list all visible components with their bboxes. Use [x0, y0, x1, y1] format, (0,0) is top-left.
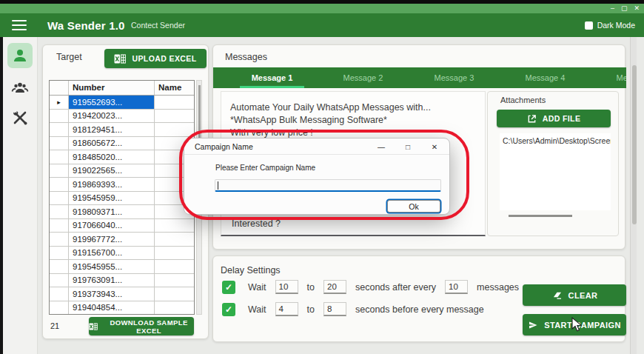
row-selector-cell[interactable]	[50, 96, 69, 109]
dialog-close-button[interactable]: ✕	[421, 138, 448, 155]
name-cell[interactable]	[155, 123, 194, 136]
window-maximize-button[interactable]: ▢	[621, 5, 628, 12]
wait-to-input[interactable]: 20	[323, 280, 346, 294]
tab-message-4[interactable]: Message 4	[500, 67, 591, 88]
number-cell[interactable]: 919552693...	[69, 96, 155, 109]
table-row[interactable]: 919156700...	[50, 247, 194, 261]
table-row[interactable]: 919420023...	[50, 110, 194, 124]
row-selector-cell[interactable]	[50, 247, 69, 260]
row-selector-cell[interactable]	[50, 260, 69, 273]
delay-checkbox-2[interactable]	[222, 303, 235, 316]
table-row[interactable]: 918485020...	[50, 150, 194, 164]
dark-mode-checkbox[interactable]	[585, 21, 593, 30]
row-selector-cell[interactable]	[50, 150, 69, 164]
table-row[interactable]: 919545955...	[50, 260, 194, 274]
row-selector-cell[interactable]	[50, 233, 69, 246]
window-minimize-button[interactable]: –	[611, 5, 614, 12]
upload-excel-button[interactable]: UPLOAD EXCEL	[104, 49, 207, 68]
name-cell[interactable]	[155, 274, 194, 287]
tab-message-1[interactable]: Message 1	[227, 67, 318, 88]
row-selector-cell[interactable]	[50, 192, 69, 205]
row-selector-cell[interactable]	[50, 287, 69, 301]
ok-button[interactable]: Ok	[387, 200, 440, 213]
table-row[interactable]: 919404854...	[50, 301, 194, 315]
attachments-title: Attachments	[498, 96, 548, 104]
number-cell[interactable]: 917066040...	[69, 219, 155, 233]
name-cell[interactable]	[155, 110, 194, 123]
add-file-button[interactable]: ADD FILE	[497, 110, 611, 127]
name-cell[interactable]	[155, 219, 194, 233]
row-selector-cell[interactable]	[50, 137, 69, 150]
row-selector-cell[interactable]	[50, 219, 69, 233]
window-scrollbar-thumb[interactable]	[632, 65, 637, 224]
name-cell[interactable]	[155, 233, 194, 246]
tab-message-3[interactable]: Message 3	[409, 67, 500, 88]
row-selector-cell[interactable]	[50, 123, 69, 136]
name-cell[interactable]	[155, 287, 194, 301]
campaign-name-input[interactable]	[215, 179, 441, 192]
clear-button[interactable]: CLEAR	[523, 284, 626, 306]
table-row[interactable]: 918129451...	[50, 123, 194, 137]
sidebar-item-groups[interactable]	[7, 76, 33, 101]
name-cell[interactable]	[155, 301, 194, 315]
numbers-table[interactable]: Number Name 919552693...919420023...9181…	[49, 80, 195, 315]
table-row[interactable]: 919763091...	[50, 274, 194, 288]
number-cell[interactable]: 919373943...	[69, 287, 155, 301]
row-selector-cell[interactable]	[50, 301, 69, 315]
number-cell[interactable]: 919809371...	[69, 205, 155, 218]
row-selector-cell[interactable]	[50, 164, 69, 178]
row-selector-cell[interactable]	[50, 178, 69, 191]
delay-checkbox-1[interactable]	[222, 281, 235, 294]
number-cell[interactable]: 918605672...	[69, 137, 155, 150]
table-row[interactable]: 917066040...	[50, 219, 194, 233]
name-cell[interactable]	[155, 260, 194, 273]
dialog-minimize-button[interactable]: —	[368, 138, 395, 155]
row-selector-cell[interactable]	[50, 110, 69, 123]
number-cell[interactable]: 918485020...	[69, 150, 155, 164]
row-selector-cell[interactable]	[50, 274, 69, 287]
number-cell[interactable]: 919404854...	[69, 301, 155, 315]
attachment-item[interactable]: C:\Users\Admin\Desktop\Screen	[503, 136, 611, 145]
send-icon	[528, 321, 538, 330]
attachment-list[interactable]: C:\Users\Admin\Desktop\Screen	[500, 133, 611, 210]
menu-icon[interactable]	[12, 20, 27, 30]
message-footer-line: Interested ?	[232, 218, 281, 229]
number-cell[interactable]: 918129451...	[69, 123, 155, 136]
sidebar-item-contacts[interactable]	[7, 43, 33, 68]
row-selector-cell[interactable]	[50, 205, 69, 218]
attachment-list-hscrollbar[interactable]	[509, 215, 572, 217]
every-messages-input[interactable]: 10	[445, 280, 468, 294]
start-campaign-button[interactable]: START CAMPAIGN	[523, 314, 626, 335]
sidebar-item-tools[interactable]	[7, 105, 33, 130]
window-close-button[interactable]: ✕	[634, 5, 640, 12]
people-icon	[11, 79, 29, 97]
number-cell[interactable]: 919869393...	[69, 178, 155, 191]
table-row[interactable]: 919809371...	[50, 205, 194, 219]
table-row[interactable]: 919552693...	[50, 96, 194, 110]
table-row[interactable]: 919967772...	[50, 233, 194, 247]
table-row[interactable]: 918605672...	[50, 137, 194, 151]
wait-from-input[interactable]: 10	[275, 280, 298, 294]
table-row[interactable]: 919869393...	[50, 178, 194, 192]
table-row[interactable]: 919022565...	[50, 164, 194, 178]
tab-message-5[interactable]: Message 5	[591, 67, 626, 88]
number-cell[interactable]: 919967772...	[69, 233, 155, 246]
dialog-titlebar[interactable]: Campaign Name — □ ✕	[184, 138, 449, 155]
number-cell[interactable]: 919420023...	[69, 110, 155, 123]
name-cell[interactable]	[155, 96, 194, 109]
name-cell[interactable]	[155, 247, 194, 260]
before-to-input[interactable]: 8	[323, 302, 346, 316]
window-scrollbar[interactable]	[630, 37, 637, 354]
download-sample-button[interactable]: DOWNLOAD SAMPLE EXCEL	[89, 317, 194, 335]
dark-mode-toggle[interactable]: Dark Mode	[585, 21, 635, 30]
number-cell[interactable]: 919545955...	[69, 260, 155, 273]
number-cell[interactable]: 919545959...	[69, 192, 155, 205]
table-row[interactable]: 919373943...	[50, 287, 194, 301]
dialog-maximize-button[interactable]: □	[395, 138, 421, 155]
table-row[interactable]: 919545959...	[50, 192, 194, 206]
number-cell[interactable]: 919763091...	[69, 274, 155, 287]
number-cell[interactable]: 919156700...	[69, 247, 155, 260]
number-cell[interactable]: 919022565...	[69, 164, 155, 178]
tab-message-2[interactable]: Message 2	[318, 67, 409, 88]
before-from-input[interactable]: 4	[275, 302, 298, 316]
